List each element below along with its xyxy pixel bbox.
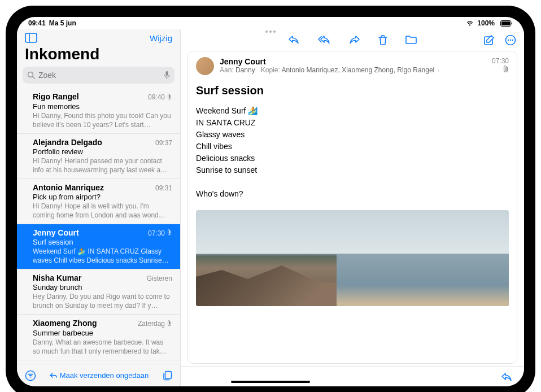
home-indicator[interactable] (231, 381, 310, 383)
message-row[interactable]: Jenny Court07:30 Surf sessionWeekend Sur… (17, 224, 180, 270)
ipad-device-frame: 09:41 Ma 5 jun 100% Wijzig Inkomend (6, 6, 535, 392)
message-row[interactable]: Antonio Manriquez09:31Pick up from airpo… (17, 179, 180, 224)
screen: 09:41 Ma 5 jun 100% Wijzig Inkomend (17, 17, 524, 386)
mailbox-sidebar: Wijzig Inkomend Rigo Rangel09:40 Fun mem… (17, 29, 181, 386)
row-subject: Pick up from airport? (33, 193, 172, 201)
message-row[interactable]: Alejandra Delgado09:37Portfolio reviewHi… (17, 134, 180, 179)
search-input[interactable] (38, 71, 160, 80)
message-pane: Jenny Court Aan: Danny Kopie: Antonio Ma… (181, 29, 524, 386)
message-toolbar (181, 29, 524, 51)
to-value: Danny (235, 66, 255, 74)
row-subject: Fun memories (33, 102, 172, 111)
message-attachment-image[interactable] (196, 210, 509, 306)
row-time: Zaterdag (138, 320, 172, 328)
row-time: 09:31 (155, 184, 172, 192)
row-sender: Jenny Court (33, 228, 79, 237)
attachment-icon (167, 93, 172, 102)
dictation-icon[interactable] (164, 71, 170, 80)
svg-rect-7 (166, 71, 168, 76)
bottom-action-bar (181, 366, 524, 386)
row-sender: Xiaomeng Zhong (33, 319, 97, 328)
reply-all-icon[interactable] (317, 34, 331, 46)
to-label: Aan: (220, 66, 234, 74)
message-from[interactable]: Jenny Court (220, 57, 439, 66)
svg-rect-1 (501, 21, 510, 25)
row-sender: Rigo Rangel (33, 92, 79, 101)
row-time: 09:40 (148, 93, 172, 102)
battery-icon (500, 20, 513, 27)
cc-value: Antonio Manriquez, Xiaomeng Zhong, Rigo … (281, 66, 434, 74)
row-sender: Antonio Manriquez (33, 183, 104, 192)
row-preview: Hi Danny, Found this photo you took! Can… (33, 111, 172, 129)
svg-rect-13 (165, 371, 172, 378)
status-time: 09:41 (28, 19, 46, 27)
reply-icon[interactable] (287, 34, 300, 46)
chevron-right-icon: › (438, 67, 440, 73)
status-bar: 09:41 Ma 5 jun 100% (17, 17, 524, 29)
wifi-icon (466, 20, 474, 26)
row-preview: Weekend Surf 🏄 IN SANTA CRUZ Glassy wave… (33, 247, 172, 265)
forward-icon[interactable] (348, 34, 361, 46)
svg-line-6 (33, 77, 35, 79)
row-time: 07:30 (148, 229, 172, 237)
cc-label: Kopie: (261, 66, 280, 74)
attachment-icon (167, 229, 172, 237)
svg-point-17 (510, 40, 511, 41)
message-subject: Surf session (196, 84, 509, 97)
status-battery: 100% (477, 19, 495, 27)
svg-point-16 (508, 40, 509, 41)
row-subject: Portfolio review (33, 147, 172, 156)
copy-icon[interactable] (162, 371, 172, 381)
message-row[interactable]: Rigo Rangel09:40 Fun memoriesHi Danny, F… (17, 88, 180, 134)
message-row[interactable]: Nisha KumarGisterenSunday brunchHey Dann… (17, 269, 180, 315)
trash-icon[interactable] (378, 34, 388, 46)
search-icon (27, 71, 35, 79)
status-date: Ma 5 jun (49, 19, 76, 27)
svg-rect-3 (25, 33, 37, 42)
attachment-icon (167, 320, 172, 328)
sender-avatar[interactable] (196, 57, 214, 75)
more-icon[interactable] (505, 34, 516, 46)
message-body: Weekend Surf 🏄 IN SANTA CRUZ Glassy wave… (196, 105, 509, 200)
move-folder-icon[interactable] (405, 34, 417, 46)
message-time: 07:30 (492, 57, 509, 65)
compose-icon[interactable] (483, 34, 495, 46)
row-time: 09:37 (155, 139, 172, 147)
row-subject: Surf session (33, 238, 172, 246)
row-preview: Hi Danny! Hope all is well with you. I'm… (33, 202, 172, 220)
filter-icon[interactable] (25, 370, 36, 381)
message-card: Jenny Court Aan: Danny Kopie: Antonio Ma… (187, 51, 517, 364)
row-subject: Summer barbecue (33, 329, 172, 337)
undo-send-button[interactable]: Maak verzenden ongedaan (50, 371, 149, 380)
sidebar-toggle-icon[interactable] (25, 33, 37, 43)
svg-point-18 (512, 40, 513, 41)
row-preview: Danny, What an awesome barbecue. It was … (33, 338, 172, 356)
svg-rect-2 (512, 22, 513, 24)
search-field[interactable] (23, 67, 174, 84)
multitask-control[interactable] (265, 31, 276, 33)
edit-button[interactable]: Wijzig (150, 33, 172, 43)
row-preview: Hi Danny! Herland passed me your contact… (33, 156, 172, 175)
row-sender: Alejandra Delgado (33, 138, 102, 147)
message-row[interactable]: Xiaomeng ZhongZaterdag Summer barbecueDa… (17, 315, 180, 360)
message-recipients[interactable]: Aan: Danny Kopie: Antonio Manriquez, Xia… (220, 66, 439, 74)
reply-quick-icon[interactable] (500, 372, 513, 382)
mailbox-title: Inkomend (17, 45, 180, 67)
attachment-icon (503, 65, 509, 72)
undo-icon (50, 372, 58, 379)
undo-send-label: Maak verzenden ongedaan (60, 371, 149, 380)
row-preview: Hey Danny, Do you and Rigo want to come … (33, 292, 172, 310)
row-sender: Nisha Kumar (33, 273, 81, 282)
row-subject: Sunday brunch (33, 283, 172, 291)
message-list[interactable]: Rigo Rangel09:40 Fun memoriesHi Danny, F… (17, 88, 180, 364)
row-time: Gisteren (147, 275, 172, 282)
